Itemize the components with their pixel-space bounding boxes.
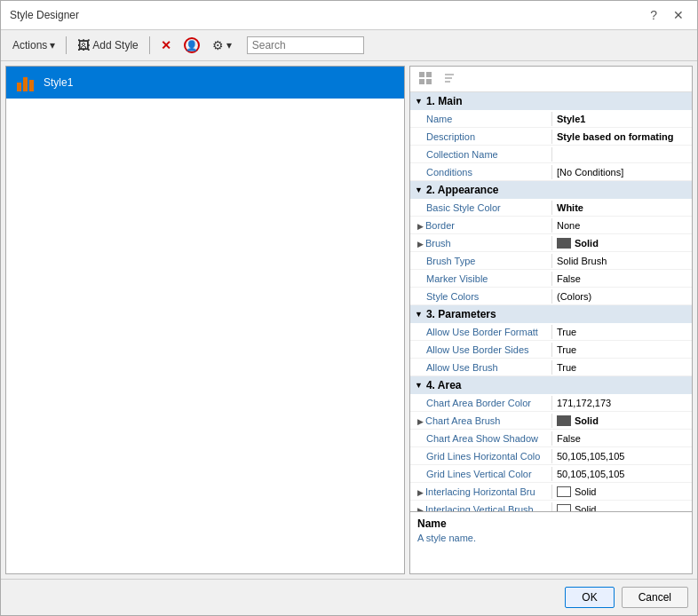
user-circle-icon: 👤: [184, 37, 200, 53]
prop-row-parameters-0: Allow Use Border FormattTrue: [410, 323, 692, 341]
search-input[interactable]: [252, 39, 359, 51]
prop-value-cell[interactable]: True: [552, 325, 692, 339]
svg-rect-2: [29, 80, 34, 91]
cancel-button[interactable]: Cancel: [622, 587, 688, 608]
expand-arrow[interactable]: ▶: [417, 240, 424, 249]
add-style-icon: 🖼: [77, 38, 90, 52]
svg-rect-0: [17, 83, 21, 91]
style-designer-dialog: Style Designer ? ✕ Actions ▾ 🖼 Add Style…: [0, 0, 698, 616]
prop-row-area-0: Chart Area Border Color171,172,173: [410, 394, 692, 412]
prop-value-cell[interactable]: None: [552, 218, 692, 233]
prop-value-cell[interactable]: Solid: [552, 414, 692, 428]
add-style-button[interactable]: 🖼 Add Style: [73, 36, 142, 55]
prop-value-cell[interactable]: Solid Brush: [552, 254, 692, 268]
prop-row-parameters-2: Allow Use BrushTrue: [410, 359, 692, 376]
prop-row-main-2: Collection Name: [410, 146, 692, 163]
svg-rect-5: [419, 79, 424, 84]
prop-value-cell[interactable]: 50,105,105,105: [552, 449, 692, 463]
prop-name-label: Style Colors: [410, 289, 552, 304]
toolbar: Actions ▾ 🖼 Add Style ✕ 👤 ⚙ ▾: [1, 30, 697, 61]
prop-section-main[interactable]: ▼1. Main: [410, 92, 692, 110]
prop-row-appearance-0: Basic Style ColorWhite: [410, 199, 692, 217]
search-box[interactable]: [247, 36, 364, 54]
prop-name-label: Chart Area Show Shadow: [410, 431, 552, 446]
prop-value-cell[interactable]: False: [552, 431, 692, 446]
prop-row-area-1: ▶Chart Area BrushSolid: [410, 412, 692, 430]
prop-row-main-0: NameStyle1: [410, 110, 692, 128]
prop-value-cell[interactable]: True: [552, 343, 692, 357]
prop-name-label: Brush Type: [410, 254, 552, 268]
categorized-btn[interactable]: [415, 69, 436, 89]
color-swatch: [557, 504, 571, 512]
right-panel: ▼1. MainNameStyle1DescriptionStyle based…: [409, 66, 693, 574]
prop-name-label: Grid Lines Horizontal Colo: [410, 449, 552, 463]
bottom-prop-title: Name: [417, 517, 685, 530]
prop-value-cell[interactable]: Style based on formating: [552, 130, 692, 144]
prop-value-cell[interactable]: True: [552, 360, 692, 375]
bottom-panel: Name A style name.: [410, 511, 692, 573]
prop-name-label: Marker Visible: [410, 272, 552, 286]
dialog-title: Style Designer: [10, 9, 79, 21]
prop-row-area-2: Chart Area Show ShadowFalse: [410, 430, 692, 447]
prop-name-label[interactable]: ▶Border: [410, 218, 552, 233]
close-button[interactable]: ✕: [669, 6, 688, 24]
prop-value-cell[interactable]: 50,105,105,105: [552, 467, 692, 481]
svg-rect-4: [426, 72, 432, 77]
prop-name-label[interactable]: ▶Chart Area Brush: [410, 414, 552, 428]
prop-name-label[interactable]: ▶Interlacing Vertical Brush: [410, 502, 552, 512]
prop-value-cell[interactable]: Solid: [552, 236, 692, 250]
section-collapse-icon: ▼: [415, 310, 423, 319]
user-button[interactable]: 👤: [179, 35, 204, 56]
prop-row-parameters-1: Allow Use Border SidesTrue: [410, 341, 692, 359]
alphabetical-btn[interactable]: [439, 69, 460, 89]
prop-value-cell[interactable]: 171,172,173: [552, 396, 692, 410]
prop-name-label: Allow Use Border Sides: [410, 343, 552, 357]
prop-value-cell[interactable]: (Colors): [552, 289, 692, 304]
title-bar: Style Designer ? ✕: [1, 1, 697, 30]
prop-row-area-4: Grid Lines Vertical Color50,105,105,105: [410, 465, 692, 483]
style-item-0[interactable]: Style1: [6, 67, 404, 99]
actions-label: Actions: [12, 39, 47, 51]
help-button[interactable]: ?: [646, 6, 662, 24]
prop-name-label[interactable]: ▶Brush: [410, 236, 552, 250]
section-label: 4. Area: [426, 379, 462, 391]
prop-value-cell[interactable]: Style1: [552, 112, 692, 126]
prop-section-appearance[interactable]: ▼2. Appearance: [410, 181, 692, 199]
prop-value-cell[interactable]: [No Conditions]: [552, 165, 692, 179]
prop-value-cell[interactable]: White: [552, 201, 692, 215]
prop-name-label: Name: [410, 112, 552, 126]
color-swatch: [557, 415, 571, 426]
prop-row-area-3: Grid Lines Horizontal Colo50,105,105,105: [410, 447, 692, 465]
prop-value-cell[interactable]: False: [552, 272, 692, 286]
expand-arrow[interactable]: ▶: [417, 222, 424, 231]
bottom-prop-desc: A style name.: [417, 533, 685, 543]
svg-rect-6: [426, 79, 432, 84]
section-collapse-icon: ▼: [415, 381, 423, 390]
prop-name-label[interactable]: ▶Interlacing Horizontal Bru: [410, 485, 552, 499]
svg-rect-1: [23, 77, 28, 91]
prop-name-label: Allow Use Border Formatt: [410, 325, 552, 339]
prop-row-area-6: ▶Interlacing Vertical BrushSolid: [410, 501, 692, 511]
section-collapse-icon: ▼: [415, 97, 423, 106]
prop-value-cell[interactable]: [552, 153, 692, 156]
delete-button[interactable]: ✕: [156, 36, 176, 55]
prop-section-area[interactable]: ▼4. Area: [410, 376, 692, 394]
footer: OK Cancel: [1, 579, 697, 615]
prop-value-cell[interactable]: Solid: [552, 485, 692, 499]
expand-arrow[interactable]: ▶: [417, 417, 424, 426]
section-label: 2. Appearance: [426, 184, 499, 196]
section-label: 3. Parameters: [426, 308, 496, 320]
settings-dropdown-icon: ▾: [226, 39, 232, 51]
settings-button[interactable]: ⚙ ▾: [208, 36, 236, 55]
prop-value-cell[interactable]: Solid: [552, 502, 692, 512]
expand-arrow[interactable]: ▶: [417, 488, 424, 497]
prop-section-parameters[interactable]: ▼3. Parameters: [410, 305, 692, 323]
actions-button[interactable]: Actions ▾: [8, 36, 59, 54]
prop-name-label: Chart Area Border Color: [410, 396, 552, 410]
add-style-label: Add Style: [92, 39, 138, 51]
main-content: Style1: [1, 61, 697, 579]
delete-icon: ✕: [161, 38, 171, 52]
actions-dropdown-icon: ▾: [50, 39, 55, 51]
ok-button[interactable]: OK: [565, 587, 614, 608]
toolbar-sep-2: [149, 36, 150, 54]
